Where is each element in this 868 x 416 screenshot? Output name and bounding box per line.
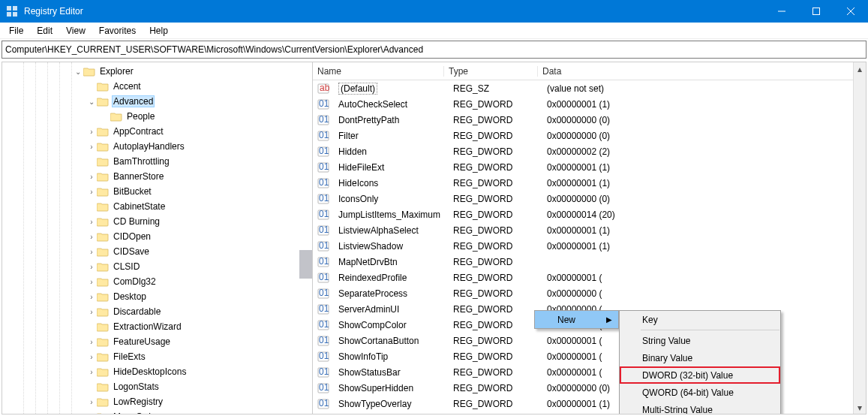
column-type[interactable]: Type bbox=[444, 66, 538, 77]
value-row[interactable]: 011DontPrettyPathREG_DWORD0x00000000 (0) bbox=[313, 112, 866, 128]
column-name[interactable]: Name bbox=[313, 66, 444, 77]
tree-item[interactable]: ›BannerStore bbox=[2, 169, 312, 184]
folder-icon bbox=[97, 216, 109, 227]
value-row[interactable]: 011ShowStatusBarREG_DWORD0x00000001 ( bbox=[313, 364, 866, 380]
value-type: REG_DWORD bbox=[449, 162, 542, 173]
tree-item[interactable]: Accent bbox=[2, 79, 312, 94]
value-type: REG_DWORD bbox=[449, 131, 542, 141]
address-input[interactable] bbox=[5, 44, 863, 55]
context-item[interactable]: Multi-String Value bbox=[620, 401, 780, 414]
tree-item[interactable]: People bbox=[2, 109, 312, 124]
close-button[interactable] bbox=[833, 0, 868, 23]
value-row[interactable]: 011ShowCortanaButtonREG_DWORD0x00000001 … bbox=[313, 333, 866, 348]
menu-file[interactable]: File bbox=[3, 24, 29, 38]
value-row[interactable]: 011FilterREG_DWORD0x00000000 (0) bbox=[313, 128, 866, 143]
chevron-right-icon[interactable]: › bbox=[86, 141, 97, 152]
scroll-down-icon[interactable]: ▾ bbox=[854, 401, 866, 414]
menu-favorites[interactable]: Favorites bbox=[93, 24, 142, 38]
value-row[interactable]: 011ListviewAlphaSelectREG_DWORD0x0000000… bbox=[313, 222, 866, 238]
chevron-right-icon[interactable]: › bbox=[86, 291, 97, 302]
chevron-right-icon[interactable]: › bbox=[86, 306, 97, 317]
chevron-right-icon[interactable]: › bbox=[86, 396, 97, 407]
chevron-right-icon[interactable]: › bbox=[86, 276, 97, 287]
column-data[interactable]: Data bbox=[538, 66, 866, 77]
chevron-right-icon[interactable]: › bbox=[86, 126, 97, 137]
tree-item[interactable]: ›Discardable bbox=[2, 304, 312, 319]
tree-spacer bbox=[86, 381, 97, 392]
chevron-right-icon[interactable]: › bbox=[86, 246, 97, 257]
tree-item[interactable]: LogonStats bbox=[2, 379, 312, 394]
menu-help[interactable]: Help bbox=[143, 24, 174, 38]
value-name: (Default) bbox=[338, 83, 377, 95]
titlebar: Registry Editor bbox=[0, 0, 868, 23]
tree-item[interactable]: ›HideDesktopIcons bbox=[2, 364, 312, 379]
chevron-right-icon[interactable]: › bbox=[86, 411, 97, 414]
tree-item[interactable]: ›FeatureUsage bbox=[2, 334, 312, 349]
tree-item[interactable]: ›FileExts bbox=[2, 349, 312, 364]
context-item[interactable]: DWORD (32-bit) Value bbox=[620, 366, 780, 384]
chevron-right-icon[interactable]: › bbox=[86, 171, 97, 182]
context-item[interactable]: String Value bbox=[620, 332, 780, 349]
value-row[interactable]: 011JumpListItems_MaximumREG_DWORD0x00000… bbox=[313, 206, 866, 222]
value-row[interactable]: 011ShowTypeOverlayREG_DWORD0x00000001 (1… bbox=[313, 396, 866, 411]
context-item[interactable]: QWORD (64-bit) Value bbox=[620, 384, 780, 401]
chevron-right-icon[interactable]: › bbox=[86, 351, 97, 362]
value-name: SeparateProcess bbox=[338, 288, 407, 299]
chevron-right-icon[interactable]: › bbox=[86, 261, 97, 272]
maximize-button[interactable] bbox=[799, 0, 833, 23]
chevron-right-icon[interactable]: › bbox=[86, 366, 97, 377]
value-row[interactable]: 011IconsOnlyREG_DWORD0x00000000 (0) bbox=[313, 191, 866, 206]
value-row[interactable]: 011ReindexedProfileREG_DWORD0x00000001 ( bbox=[313, 270, 866, 285]
tree-item[interactable]: ⌄Explorer bbox=[2, 64, 312, 79]
context-item[interactable]: New▶ bbox=[535, 311, 618, 328]
value-name: ListviewShadow bbox=[338, 241, 403, 252]
dword-value-icon: 011 bbox=[317, 257, 329, 267]
tree-item[interactable]: ›ComDlg32 bbox=[2, 274, 312, 289]
chevron-right-icon[interactable]: › bbox=[86, 216, 97, 227]
folder-icon bbox=[97, 411, 109, 414]
chevron-right-icon[interactable]: › bbox=[86, 336, 97, 347]
tree-item-label: CLSID bbox=[112, 261, 141, 272]
value-row[interactable]: 011HideIconsREG_DWORD0x00000001 (1) bbox=[313, 175, 866, 191]
chevron-down-icon[interactable]: ⌄ bbox=[86, 96, 97, 107]
tree-item[interactable]: ›CD Burning bbox=[2, 214, 312, 229]
svg-text:011: 011 bbox=[319, 225, 329, 235]
tree-pane[interactable]: ⌄ExplorerAccent⌄AdvancedPeople›AppContra… bbox=[2, 62, 313, 414]
tree-scrollbar-thumb[interactable] bbox=[299, 250, 312, 279]
value-row[interactable]: ab(Default)REG_SZ(value not set) bbox=[313, 80, 866, 96]
chevron-right-icon[interactable]: › bbox=[86, 231, 97, 242]
tree-item[interactable]: ›CIDSave bbox=[2, 244, 312, 259]
value-row[interactable]: 011HideFileExtREG_DWORD0x00000001 (1) bbox=[313, 159, 866, 175]
tree-item[interactable]: ›BitBucket bbox=[2, 184, 312, 199]
scroll-up-icon[interactable]: ▴ bbox=[854, 62, 866, 75]
tree-item[interactable]: ›Desktop bbox=[2, 289, 312, 304]
tree-item[interactable]: ›AutoplayHandlers bbox=[2, 139, 312, 154]
svg-text:011: 011 bbox=[319, 399, 329, 408]
svg-rect-1 bbox=[13, 6, 17, 11]
value-row[interactable]: 011AutoCheckSelectREG_DWORD0x00000001 (1… bbox=[313, 96, 866, 112]
tree-item[interactable]: ›AppContract bbox=[2, 124, 312, 139]
tree-item[interactable]: ⌄Advanced bbox=[2, 94, 312, 109]
context-item[interactable]: Key bbox=[620, 311, 780, 328]
value-row[interactable]: 011MapNetDrvBtnREG_DWORD bbox=[313, 254, 866, 270]
tree-item[interactable]: ›LowRegistry bbox=[2, 394, 312, 409]
chevron-right-icon[interactable]: › bbox=[86, 186, 97, 197]
tree-item[interactable]: ›CIDOpen bbox=[2, 229, 312, 244]
address-bar[interactable] bbox=[2, 41, 866, 59]
tree-item[interactable]: ExtractionWizard bbox=[2, 319, 312, 334]
value-row[interactable]: 011ListviewShadowREG_DWORD0x00000001 (1) bbox=[313, 238, 866, 254]
tree-item[interactable]: ›MenuOrder bbox=[2, 409, 312, 414]
value-row[interactable]: 011SeparateProcessREG_DWORD0x00000000 ( bbox=[313, 285, 866, 301]
value-row[interactable]: 011HiddenREG_DWORD0x00000002 (2) bbox=[313, 143, 866, 159]
menu-view[interactable]: View bbox=[60, 24, 92, 38]
menu-edit[interactable]: Edit bbox=[31, 24, 59, 38]
tree-item[interactable]: ›CLSID bbox=[2, 259, 312, 274]
context-item[interactable]: Binary Value bbox=[620, 349, 780, 366]
minimize-button[interactable] bbox=[764, 0, 799, 23]
value-row[interactable]: 011ShowSuperHiddenREG_DWORD0x00000000 (0… bbox=[313, 380, 866, 396]
tree-item[interactable]: BamThrottling bbox=[2, 154, 312, 169]
tree-item[interactable]: CabinetState bbox=[2, 199, 312, 214]
value-row[interactable]: 011ShowInfoTipREG_DWORD0x00000001 ( bbox=[313, 348, 866, 364]
chevron-down-icon[interactable]: ⌄ bbox=[73, 66, 83, 77]
list-scrollbar[interactable]: ▴ ▾ bbox=[853, 62, 866, 414]
